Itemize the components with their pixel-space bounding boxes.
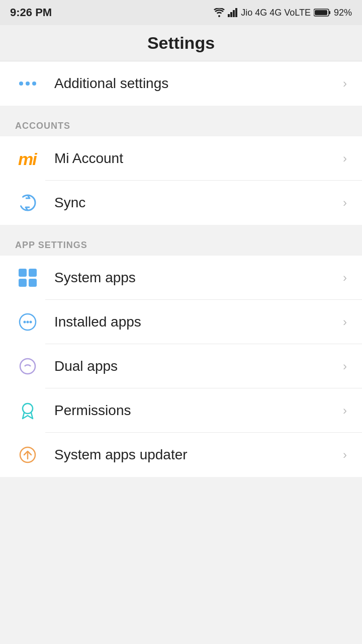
sync-item[interactable]: Sync › <box>0 181 362 225</box>
system-apps-chevron: › <box>343 271 347 285</box>
dual-apps-item[interactable]: Dual apps › <box>0 344 362 388</box>
mi-logo-icon: mi <box>15 146 40 171</box>
battery-icon <box>314 8 331 17</box>
svg-rect-3 <box>235 8 237 17</box>
svg-text:mi: mi <box>18 149 38 168</box>
accounts-header-text: ACCOUNTS <box>15 121 70 131</box>
permissions-label: Permissions <box>54 403 343 419</box>
permissions-icon <box>15 398 40 423</box>
carrier-text: Jio 4G 4G VoLTE <box>241 8 311 18</box>
svg-rect-0 <box>228 14 230 17</box>
signal-icon <box>228 8 238 17</box>
svg-point-13 <box>20 359 35 374</box>
additional-settings-label: Additional settings <box>54 75 343 92</box>
mi-account-item[interactable]: mi Mi Account › <box>0 136 362 181</box>
dots-icon <box>15 71 40 96</box>
additional-settings-chevron: › <box>343 76 347 91</box>
app-settings-section-header: APP SETTINGS <box>0 229 362 256</box>
page-title: Settings <box>147 33 215 53</box>
permissions-icon-svg <box>18 400 38 421</box>
permissions-chevron: › <box>343 404 347 418</box>
svg-point-10 <box>24 321 26 324</box>
permissions-item[interactable]: Permissions › <box>0 388 362 433</box>
svg-point-14 <box>23 404 33 414</box>
system-apps-updater-item[interactable]: System apps updater › <box>0 433 362 477</box>
accounts-section-bg <box>0 106 362 110</box>
app-settings-section-bg <box>0 225 362 229</box>
installed-apps-chevron: › <box>343 315 347 329</box>
chat-icon-svg <box>18 312 38 332</box>
installed-apps-item[interactable]: Installed apps › <box>0 300 362 344</box>
accounts-list: mi Mi Account › Sync › <box>0 136 362 225</box>
status-right: Jio 4G 4G VoLTE 92% <box>214 8 352 18</box>
dual-apps-chevron: › <box>343 359 347 373</box>
additional-settings-item[interactable]: Additional settings › <box>0 61 362 106</box>
svg-point-12 <box>30 321 32 324</box>
mi-account-label: Mi Account <box>54 150 343 167</box>
system-apps-updater-chevron: › <box>343 448 347 462</box>
battery-text: 92% <box>334 8 352 18</box>
svg-rect-6 <box>315 10 327 15</box>
app-settings-list: System apps › Installed apps › Dual apps… <box>0 256 362 477</box>
system-apps-item[interactable]: System apps › <box>0 256 362 300</box>
installed-apps-label: Installed apps <box>54 314 343 330</box>
mi-account-chevron: › <box>343 151 347 166</box>
grid-icon <box>15 265 40 290</box>
wifi-icon <box>214 8 225 17</box>
app-bar: Settings <box>0 25 362 61</box>
sync-icon <box>15 190 40 215</box>
status-bar: 9:26 PM Jio 4G 4G VoLTE 92% <box>0 0 362 25</box>
mi-icon-svg: mi <box>17 149 38 168</box>
status-time: 9:26 PM <box>10 6 52 19</box>
updater-icon <box>15 442 40 467</box>
updater-icon-svg <box>18 445 38 465</box>
dual-apps-icon <box>15 354 40 379</box>
svg-rect-2 <box>233 10 235 17</box>
sync-icon-svg <box>18 193 37 212</box>
app-settings-header-text: APP SETTINGS <box>15 240 87 250</box>
svg-point-11 <box>27 321 29 324</box>
installed-apps-icon <box>15 309 40 335</box>
svg-rect-5 <box>329 11 330 14</box>
dual-icon-svg <box>18 356 38 376</box>
dual-apps-label: Dual apps <box>54 358 343 374</box>
sync-chevron: › <box>343 196 347 210</box>
system-apps-updater-label: System apps updater <box>54 447 343 463</box>
accounts-section-header: ACCOUNTS <box>0 110 362 136</box>
settings-section-top: Additional settings › <box>0 61 362 106</box>
system-apps-label: System apps <box>54 270 343 286</box>
svg-rect-1 <box>230 12 232 17</box>
sync-label: Sync <box>54 195 343 211</box>
